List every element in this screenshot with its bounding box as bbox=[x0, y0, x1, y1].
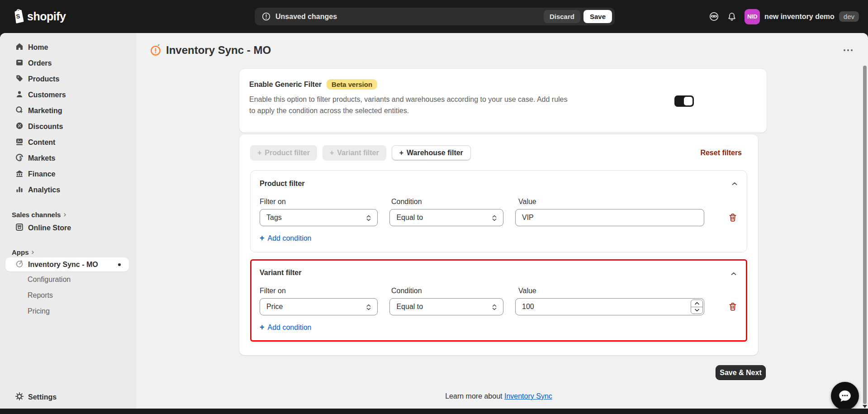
generic-filter-toggle[interactable] bbox=[674, 95, 694, 107]
variant-filter-title: Variant filter bbox=[260, 269, 738, 277]
customers-icon bbox=[15, 90, 24, 100]
condition-select[interactable]: Equal to bbox=[389, 298, 503, 315]
sidebar-item-finance[interactable]: Finance bbox=[0, 166, 136, 182]
product-filter-section: Product filter Filter on Condition Value… bbox=[250, 170, 747, 252]
page-title: Inventory Sync - MO bbox=[166, 44, 271, 57]
value-number-input-wrapper bbox=[515, 298, 704, 315]
filter-on-select[interactable]: Tags bbox=[260, 209, 378, 226]
caret-updown-icon bbox=[364, 214, 373, 224]
sidebar-item-pricing[interactable]: Pricing bbox=[0, 303, 136, 319]
sidebar-item-marketing[interactable]: Marketing bbox=[0, 103, 136, 119]
sidebar-item-configuration[interactable]: Configuration bbox=[0, 271, 136, 287]
filter-on-label: Filter on bbox=[260, 198, 379, 206]
sales-channels-header[interactable]: Sales channels › bbox=[0, 209, 136, 220]
avatar: NID bbox=[745, 9, 760, 24]
generic-filter-title: Enable Generic Filter bbox=[249, 81, 322, 89]
store-name: new inventory demo bbox=[764, 13, 835, 21]
sidebar-item-inventory-sync-app[interactable]: Inventory Sync - MO bbox=[5, 257, 129, 271]
sidebar-item-markets[interactable]: $ Markets bbox=[0, 150, 136, 166]
plus-icon: + bbox=[399, 149, 403, 157]
sidebar-item-settings[interactable]: Settings bbox=[0, 389, 136, 405]
unsaved-changes-text: Unsaved changes bbox=[275, 13, 337, 21]
filter-on-select[interactable]: Price bbox=[260, 298, 378, 315]
user-menu[interactable]: NID new inventory demo dev bbox=[745, 9, 859, 24]
variant-filter-section: Variant filter Filter on Condition Value… bbox=[250, 259, 747, 342]
marketing-icon bbox=[15, 105, 24, 116]
chevron-right-icon: › bbox=[32, 247, 34, 257]
app-gauge-icon bbox=[15, 259, 24, 270]
condition-select[interactable]: Equal to bbox=[389, 209, 503, 226]
app-frame: Home Orders Products Customers Marketing… bbox=[0, 33, 868, 409]
filter-on-label: Filter on bbox=[260, 287, 379, 295]
sidebar-item-reports[interactable]: Reports bbox=[0, 287, 136, 303]
scrollbar-down-arrow[interactable] bbox=[863, 405, 867, 408]
add-product-filter-button: + Product filter bbox=[250, 145, 317, 161]
unsaved-changes-bar: Unsaved changes Discard Save bbox=[255, 8, 615, 25]
online-store-icon bbox=[15, 223, 24, 233]
value-label: Value bbox=[518, 287, 710, 295]
collapse-chevron-up-icon[interactable] bbox=[730, 270, 738, 280]
reset-filters-link[interactable]: Reset filters bbox=[700, 149, 742, 157]
stepper-up-button[interactable] bbox=[691, 300, 702, 307]
shopify-logo[interactable]: S shopify bbox=[11, 0, 66, 33]
add-variant-filter-button: + Variant filter bbox=[323, 145, 386, 161]
markets-icon: $ bbox=[15, 153, 24, 164]
sidebar-item-customers[interactable]: Customers bbox=[0, 87, 136, 103]
logo-wordmark: shopify bbox=[27, 10, 66, 23]
add-condition-link[interactable]: + Add condition bbox=[260, 323, 738, 332]
inventory-sync-link[interactable]: Inventory Sync bbox=[504, 392, 552, 400]
app-icon bbox=[149, 43, 162, 57]
sidebar-item-discounts[interactable]: Discounts bbox=[0, 119, 136, 134]
value-number-input[interactable] bbox=[522, 303, 697, 311]
sidebar-item-online-store[interactable]: Online Store bbox=[0, 220, 136, 236]
plus-icon: + bbox=[257, 149, 261, 157]
orders-icon bbox=[15, 58, 24, 69]
discard-button[interactable]: Discard bbox=[544, 10, 580, 23]
stepper-down-button[interactable] bbox=[691, 307, 702, 314]
value-input[interactable] bbox=[522, 214, 697, 222]
plus-icon: + bbox=[260, 233, 265, 243]
svg-text:$: $ bbox=[19, 155, 22, 160]
scrollbar-thumb[interactable] bbox=[863, 66, 867, 404]
sidebar-item-analytics[interactable]: Analytics bbox=[0, 182, 136, 198]
sidebar-item-home[interactable]: Home bbox=[0, 39, 136, 55]
condition-label: Condition bbox=[391, 198, 507, 206]
value-label: Value bbox=[518, 198, 710, 206]
number-stepper bbox=[691, 300, 703, 314]
analytics-icon bbox=[15, 185, 24, 195]
collapse-chevron-up-icon[interactable] bbox=[730, 180, 739, 190]
page-actions-menu[interactable] bbox=[844, 49, 853, 51]
caret-updown-icon bbox=[490, 214, 499, 224]
notifications-bell-icon[interactable] bbox=[727, 12, 737, 22]
app-notification-dot bbox=[118, 263, 121, 266]
chat-icon bbox=[837, 388, 853, 404]
value-input-wrapper bbox=[515, 209, 704, 226]
delete-filter-trash-icon[interactable] bbox=[728, 213, 738, 223]
add-condition-link[interactable]: + Add condition bbox=[260, 233, 738, 243]
toggle-knob bbox=[684, 97, 693, 105]
plus-icon: + bbox=[330, 149, 334, 157]
condition-label: Condition bbox=[391, 287, 507, 295]
content-icon bbox=[15, 137, 24, 148]
product-filter-title: Product filter bbox=[260, 180, 738, 188]
face-icon[interactable] bbox=[709, 11, 719, 22]
discounts-icon bbox=[15, 121, 24, 132]
topbar: S shopify Unsaved changes Discard Save bbox=[0, 0, 868, 33]
products-icon bbox=[15, 74, 24, 85]
learn-more-text: Learn more about Inventory Sync bbox=[239, 392, 758, 400]
caret-updown-icon bbox=[364, 303, 373, 314]
chevron-right-icon: › bbox=[63, 210, 66, 219]
sidebar-item-orders[interactable]: Orders bbox=[0, 55, 136, 71]
apps-header[interactable]: Apps › bbox=[0, 247, 136, 257]
shopify-bag-icon: S bbox=[11, 9, 24, 24]
chat-widget-button[interactable] bbox=[831, 382, 859, 409]
sidebar-item-content[interactable]: Content bbox=[0, 134, 136, 150]
add-warehouse-filter-button[interactable]: + Warehouse filter bbox=[392, 145, 471, 161]
save-button[interactable]: Save bbox=[583, 10, 612, 23]
plus-icon: + bbox=[260, 323, 265, 332]
sidebar-item-products[interactable]: Products bbox=[0, 71, 136, 87]
filters-card: + Product filter + Variant filter + Ware… bbox=[239, 134, 758, 355]
save-next-button[interactable]: Save & Next bbox=[716, 365, 766, 380]
delete-filter-trash-icon[interactable] bbox=[728, 302, 738, 312]
home-icon bbox=[15, 42, 24, 53]
